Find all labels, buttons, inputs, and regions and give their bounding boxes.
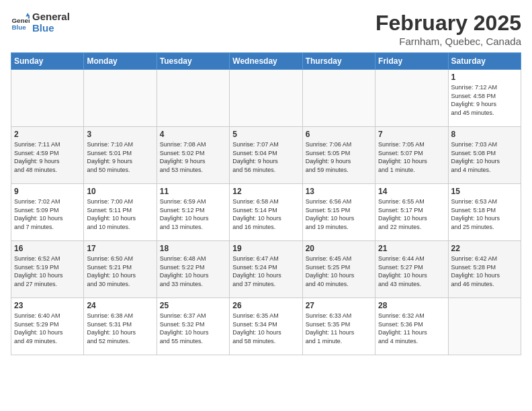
month-title: February 2025 bbox=[375, 11, 521, 36]
logo-line2: Blue bbox=[32, 22, 70, 34]
day-info: Sunrise: 6:35 AM Sunset: 5:34 PM Dayligh… bbox=[232, 312, 299, 345]
day-number: 25 bbox=[160, 301, 226, 310]
calendar-cell: 15Sunrise: 6:53 AM Sunset: 5:18 PM Dayli… bbox=[448, 184, 521, 241]
day-number: 26 bbox=[232, 301, 299, 310]
day-info: Sunrise: 6:50 AM Sunset: 5:21 PM Dayligh… bbox=[87, 255, 153, 288]
day-number: 20 bbox=[306, 244, 372, 253]
day-info: Sunrise: 7:02 AM Sunset: 5:09 PM Dayligh… bbox=[14, 197, 81, 231]
day-info: Sunrise: 7:05 AM Sunset: 5:07 PM Dayligh… bbox=[378, 140, 445, 174]
calendar-cell bbox=[302, 70, 375, 127]
calendar-cell: 17Sunrise: 6:50 AM Sunset: 5:21 PM Dayli… bbox=[84, 241, 157, 298]
calendar-cell: 22Sunrise: 6:42 AM Sunset: 5:28 PM Dayli… bbox=[448, 241, 521, 298]
logo: General Blue General Blue bbox=[11, 11, 70, 34]
calendar-cell bbox=[230, 70, 302, 127]
day-number: 16 bbox=[14, 244, 81, 253]
day-number: 24 bbox=[87, 301, 153, 310]
calendar-cell: 16Sunrise: 6:52 AM Sunset: 5:19 PM Dayli… bbox=[11, 241, 84, 298]
weekday-header-tuesday: Tuesday bbox=[157, 53, 229, 70]
weekday-header-wednesday: Wednesday bbox=[230, 53, 302, 70]
weekday-header-saturday: Saturday bbox=[448, 53, 521, 70]
day-number: 4 bbox=[160, 130, 226, 139]
day-info: Sunrise: 6:47 AM Sunset: 5:24 PM Dayligh… bbox=[232, 255, 299, 288]
day-info: Sunrise: 6:42 AM Sunset: 5:28 PM Dayligh… bbox=[451, 255, 518, 288]
calendar-cell bbox=[157, 70, 229, 127]
calendar-cell: 23Sunrise: 6:40 AM Sunset: 5:29 PM Dayli… bbox=[11, 298, 84, 355]
weekday-header-sunday: Sunday bbox=[11, 53, 84, 70]
day-info: Sunrise: 6:37 AM Sunset: 5:32 PM Dayligh… bbox=[160, 312, 226, 345]
calendar-cell: 2Sunrise: 7:11 AM Sunset: 4:59 PM Daylig… bbox=[11, 127, 84, 184]
day-info: Sunrise: 7:03 AM Sunset: 5:08 PM Dayligh… bbox=[451, 140, 518, 174]
calendar-cell: 5Sunrise: 7:07 AM Sunset: 5:04 PM Daylig… bbox=[230, 127, 302, 184]
calendar-cell: 14Sunrise: 6:55 AM Sunset: 5:17 PM Dayli… bbox=[375, 184, 448, 241]
day-number: 14 bbox=[378, 187, 445, 196]
calendar-cell: 9Sunrise: 7:02 AM Sunset: 5:09 PM Daylig… bbox=[11, 184, 84, 241]
day-info: Sunrise: 6:53 AM Sunset: 5:18 PM Dayligh… bbox=[451, 197, 518, 231]
day-number: 9 bbox=[14, 187, 81, 196]
day-info: Sunrise: 6:40 AM Sunset: 5:29 PM Dayligh… bbox=[14, 312, 81, 345]
day-info: Sunrise: 6:59 AM Sunset: 5:12 PM Dayligh… bbox=[160, 197, 226, 231]
day-info: Sunrise: 6:33 AM Sunset: 5:35 PM Dayligh… bbox=[306, 312, 372, 345]
calendar-cell: 25Sunrise: 6:37 AM Sunset: 5:32 PM Dayli… bbox=[157, 298, 229, 355]
weekday-header-monday: Monday bbox=[84, 53, 157, 70]
calendar-cell: 6Sunrise: 7:06 AM Sunset: 5:05 PM Daylig… bbox=[302, 127, 375, 184]
day-number: 27 bbox=[306, 301, 372, 310]
calendar-cell bbox=[375, 70, 448, 127]
calendar-table: SundayMondayTuesdayWednesdayThursdayFrid… bbox=[11, 52, 521, 355]
day-number: 8 bbox=[451, 130, 518, 139]
calendar-cell: 13Sunrise: 6:56 AM Sunset: 5:15 PM Dayli… bbox=[302, 184, 375, 241]
day-info: Sunrise: 6:38 AM Sunset: 5:31 PM Dayligh… bbox=[87, 312, 153, 345]
day-number: 28 bbox=[378, 301, 445, 310]
day-info: Sunrise: 7:06 AM Sunset: 5:05 PM Dayligh… bbox=[306, 140, 372, 174]
day-number: 21 bbox=[378, 244, 445, 253]
day-number: 1 bbox=[451, 73, 518, 82]
weekday-header-thursday: Thursday bbox=[302, 53, 375, 70]
title-block: February 2025 Farnham, Quebec, Canada bbox=[375, 11, 521, 47]
day-info: Sunrise: 6:58 AM Sunset: 5:14 PM Dayligh… bbox=[232, 197, 299, 231]
day-info: Sunrise: 6:44 AM Sunset: 5:27 PM Dayligh… bbox=[378, 255, 445, 288]
calendar-cell: 4Sunrise: 7:08 AM Sunset: 5:02 PM Daylig… bbox=[157, 127, 229, 184]
day-number: 23 bbox=[14, 301, 81, 310]
day-info: Sunrise: 7:08 AM Sunset: 5:02 PM Dayligh… bbox=[160, 140, 226, 174]
calendar-cell: 20Sunrise: 6:45 AM Sunset: 5:25 PM Dayli… bbox=[302, 241, 375, 298]
day-info: Sunrise: 6:32 AM Sunset: 5:36 PM Dayligh… bbox=[378, 312, 445, 345]
calendar-cell: 24Sunrise: 6:38 AM Sunset: 5:31 PM Dayli… bbox=[84, 298, 157, 355]
calendar-cell: 28Sunrise: 6:32 AM Sunset: 5:36 PM Dayli… bbox=[375, 298, 448, 355]
day-number: 2 bbox=[14, 130, 81, 139]
calendar-cell: 19Sunrise: 6:47 AM Sunset: 5:24 PM Dayli… bbox=[230, 241, 302, 298]
calendar-cell: 11Sunrise: 6:59 AM Sunset: 5:12 PM Dayli… bbox=[157, 184, 229, 241]
day-number: 18 bbox=[160, 244, 226, 253]
day-number: 13 bbox=[306, 187, 372, 196]
day-info: Sunrise: 7:12 AM Sunset: 4:58 PM Dayligh… bbox=[451, 83, 518, 117]
day-number: 6 bbox=[306, 130, 372, 139]
day-info: Sunrise: 6:55 AM Sunset: 5:17 PM Dayligh… bbox=[378, 197, 445, 231]
day-number: 3 bbox=[87, 130, 153, 139]
day-number: 19 bbox=[232, 244, 299, 253]
day-info: Sunrise: 7:10 AM Sunset: 5:01 PM Dayligh… bbox=[87, 140, 153, 174]
calendar-cell: 27Sunrise: 6:33 AM Sunset: 5:35 PM Dayli… bbox=[302, 298, 375, 355]
calendar-cell: 18Sunrise: 6:48 AM Sunset: 5:22 PM Dayli… bbox=[157, 241, 229, 298]
calendar-cell: 26Sunrise: 6:35 AM Sunset: 5:34 PM Dayli… bbox=[230, 298, 302, 355]
calendar-cell bbox=[84, 70, 157, 127]
day-info: Sunrise: 6:56 AM Sunset: 5:15 PM Dayligh… bbox=[306, 197, 372, 231]
logo-line1: General bbox=[32, 11, 70, 22]
weekday-header-friday: Friday bbox=[375, 53, 448, 70]
day-number: 10 bbox=[87, 187, 153, 196]
svg-text:Blue: Blue bbox=[11, 24, 26, 31]
day-number: 5 bbox=[232, 130, 299, 139]
calendar-cell bbox=[448, 298, 521, 355]
day-number: 7 bbox=[378, 130, 445, 139]
page-header: General Blue General Blue February 2025 … bbox=[11, 11, 521, 47]
day-number: 15 bbox=[451, 187, 518, 196]
logo-icon: General Blue bbox=[11, 13, 30, 32]
day-info: Sunrise: 6:52 AM Sunset: 5:19 PM Dayligh… bbox=[14, 255, 81, 288]
day-info: Sunrise: 7:00 AM Sunset: 5:11 PM Dayligh… bbox=[87, 197, 153, 231]
calendar-cell: 7Sunrise: 7:05 AM Sunset: 5:07 PM Daylig… bbox=[375, 127, 448, 184]
calendar-cell: 10Sunrise: 7:00 AM Sunset: 5:11 PM Dayli… bbox=[84, 184, 157, 241]
calendar-cell: 21Sunrise: 6:44 AM Sunset: 5:27 PM Dayli… bbox=[375, 241, 448, 298]
day-info: Sunrise: 7:07 AM Sunset: 5:04 PM Dayligh… bbox=[232, 140, 299, 174]
calendar-cell: 8Sunrise: 7:03 AM Sunset: 5:08 PM Daylig… bbox=[448, 127, 521, 184]
day-number: 22 bbox=[451, 244, 518, 253]
day-info: Sunrise: 6:45 AM Sunset: 5:25 PM Dayligh… bbox=[306, 255, 372, 288]
day-info: Sunrise: 7:11 AM Sunset: 4:59 PM Dayligh… bbox=[14, 140, 81, 174]
calendar-cell bbox=[11, 70, 84, 127]
